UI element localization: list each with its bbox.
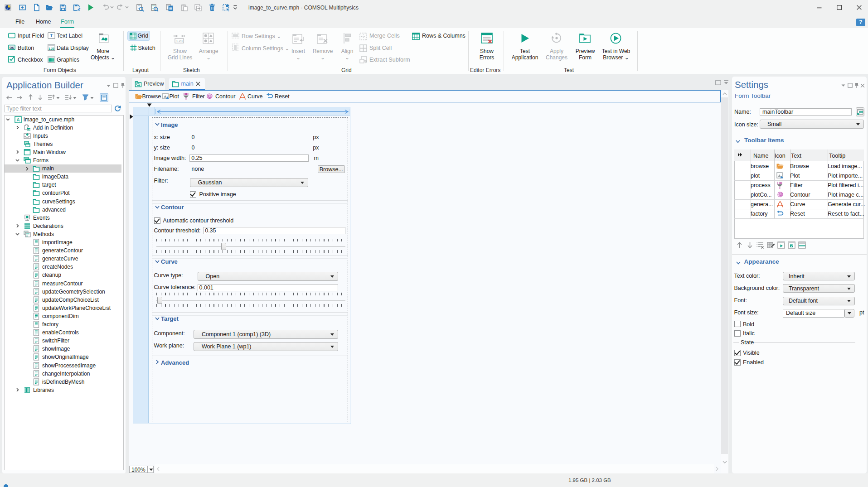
- svg-text:1.23: 1.23: [176, 39, 183, 43]
- svg-text:1.23: 1.23: [48, 47, 54, 50]
- svg-text:OK: OK: [10, 46, 14, 49]
- svg-text:A: A: [17, 117, 20, 122]
- svg-text:T: T: [50, 33, 53, 38]
